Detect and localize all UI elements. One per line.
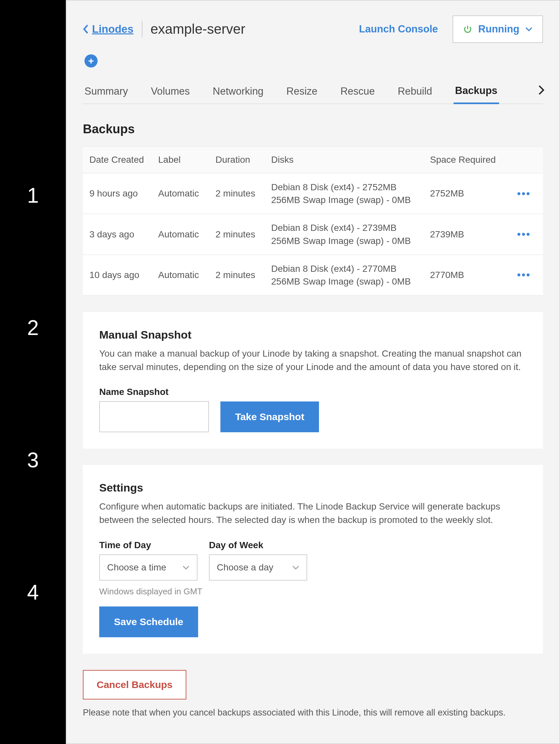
day-of-week-select[interactable]: Choose a day: [209, 554, 307, 581]
tab-volumes[interactable]: Volumes: [149, 80, 192, 103]
backups-table: Date Created Label Duration Disks Space …: [83, 146, 543, 296]
page-header: Linodes example-server Launch Console Ru…: [67, 1, 559, 49]
chevron-left-icon: [83, 25, 89, 34]
callout-sidebar: 1 2 3 4: [0, 0, 66, 744]
chevron-down-icon: [525, 27, 532, 31]
backups-heading: Backups: [67, 104, 559, 146]
cell-date: 3 days ago: [89, 229, 158, 240]
callout-2: 2: [27, 316, 39, 340]
take-snapshot-button[interactable]: Take Snapshot: [220, 402, 319, 432]
cell-space: 2770MB: [430, 270, 510, 280]
table-row: 3 days ago Automatic 2 minutes Debian 8 …: [83, 214, 543, 255]
row-actions-button[interactable]: [510, 233, 536, 236]
tab-resize[interactable]: Resize: [285, 80, 319, 103]
save-schedule-button[interactable]: Save Schedule: [99, 606, 198, 637]
callout-1: 1: [27, 183, 39, 208]
cell-disks: Debian 8 Disk (ext4) - 2752MB 256MB Swap…: [271, 181, 430, 206]
col-space: Space Required: [430, 155, 510, 165]
cell-disks: Debian 8 Disk (ext4) - 2739MB 256MB Swap…: [271, 221, 430, 247]
cell-date: 9 hours ago: [89, 188, 158, 199]
launch-console-link[interactable]: Launch Console: [359, 23, 438, 35]
page-title: example-server: [151, 21, 351, 37]
add-row: +: [67, 49, 559, 79]
table-header-row: Date Created Label Duration Disks Space …: [83, 146, 543, 174]
tab-rebuild[interactable]: Rebuild: [396, 80, 434, 103]
table-row: 10 days ago Automatic 2 minutes Debian 8…: [83, 255, 543, 296]
manual-snapshot-card: Manual Snapshot You can make a manual ba…: [83, 312, 543, 449]
settings-heading: Settings: [99, 481, 527, 494]
day-placeholder: Choose a day: [217, 562, 273, 573]
status-dropdown-button[interactable]: Running: [453, 15, 543, 43]
cell-disks: Debian 8 Disk (ext4) - 2770MB 256MB Swap…: [271, 262, 430, 288]
cell-duration: 2 minutes: [216, 188, 271, 199]
timezone-hint: Windows displayed in GMT: [99, 587, 527, 597]
status-label: Running: [478, 23, 519, 35]
settings-card: Settings Configure when automatic backup…: [83, 465, 543, 653]
cell-space: 2739MB: [430, 229, 510, 240]
cancel-note: Please note that when you cancel backups…: [83, 708, 543, 718]
breadcrumb-label: Linodes: [92, 23, 134, 35]
plus-icon: +: [88, 55, 94, 67]
power-icon: [463, 25, 472, 34]
cancel-backups-button[interactable]: Cancel Backups: [83, 670, 186, 700]
cell-duration: 2 minutes: [216, 229, 271, 240]
add-button[interactable]: +: [84, 54, 98, 68]
breadcrumb-linodes-link[interactable]: Linodes: [83, 21, 143, 37]
col-disks: Disks: [271, 155, 430, 165]
callout-4: 4: [27, 580, 39, 604]
time-of-day-label: Time of Day: [99, 540, 197, 551]
col-date: Date Created: [89, 155, 158, 165]
time-placeholder: Choose a time: [107, 562, 166, 573]
tab-backups[interactable]: Backups: [454, 79, 499, 104]
tab-bar: Summary Volumes Networking Resize Rescue…: [83, 79, 543, 104]
row-actions-button[interactable]: [510, 273, 536, 276]
snapshot-name-label: Name Snapshot: [99, 387, 209, 397]
callout-3: 3: [27, 448, 39, 472]
tab-networking[interactable]: Networking: [211, 80, 265, 103]
cell-label: Automatic: [158, 229, 216, 240]
chevron-down-icon: [182, 565, 190, 570]
cell-date: 10 days ago: [89, 270, 158, 280]
cancel-backups-section: Cancel Backups Please note that when you…: [83, 670, 543, 718]
day-of-week-label: Day of Week: [209, 540, 307, 551]
chevron-down-icon: [292, 565, 299, 570]
chevron-right-icon[interactable]: [538, 85, 545, 95]
table-row: 9 hours ago Automatic 2 minutes Debian 8…: [83, 174, 543, 214]
snapshot-name-input[interactable]: [99, 401, 209, 432]
main-panel: Linodes example-server Launch Console Ru…: [66, 0, 560, 744]
tab-rescue[interactable]: Rescue: [339, 80, 376, 103]
cell-duration: 2 minutes: [216, 270, 271, 280]
time-of-day-select[interactable]: Choose a time: [99, 554, 197, 581]
row-actions-button[interactable]: [510, 192, 536, 195]
cell-space: 2752MB: [430, 188, 510, 199]
snapshot-heading: Manual Snapshot: [99, 329, 527, 341]
col-duration: Duration: [216, 155, 271, 165]
snapshot-description: You can make a manual backup of your Lin…: [99, 347, 527, 374]
cell-label: Automatic: [158, 188, 216, 199]
tab-summary[interactable]: Summary: [83, 80, 130, 103]
cell-label: Automatic: [158, 270, 216, 280]
settings-description: Configure when automatic backups are ini…: [99, 500, 527, 527]
col-label: Label: [158, 155, 216, 165]
